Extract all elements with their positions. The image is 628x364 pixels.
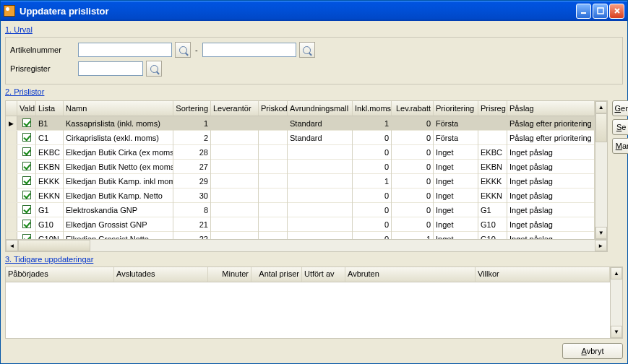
scroll-track[interactable] — [611, 280, 622, 326]
section-tidigare-link[interactable]: 3. Tidigare uppdateringar — [5, 254, 623, 265]
table-row[interactable]: ▶B1Kassaprislista (inkl. moms)1Standard1… — [6, 116, 595, 131]
scroll-down-button[interactable]: ▼ — [611, 326, 622, 338]
cell-sortering: 27 — [173, 160, 211, 174]
table-row[interactable]: EKKKElkedjan Butik Kamp. inkl moms2910In… — [6, 174, 595, 188]
minimize-button[interactable] — [576, 4, 591, 19]
genomfor-button[interactable]: Genomför — [612, 100, 628, 116]
scroll-up-button[interactable]: ▲ — [595, 101, 607, 113]
cell-vald[interactable] — [17, 203, 36, 217]
se-priser-button[interactable]: Se priser — [612, 119, 628, 135]
col-villkor[interactable]: Villkor — [476, 267, 610, 282]
cell-sortering: 30 — [173, 188, 211, 203]
checkbox-icon[interactable] — [22, 176, 31, 185]
col-prioritering[interactable]: Prioritering — [434, 101, 478, 116]
table-row[interactable]: EKBCElkedjan Butik Cirka (ex moms)2800In… — [6, 145, 595, 160]
col-utfortav[interactable]: Utfört av — [302, 267, 345, 282]
row-indicator — [6, 145, 17, 159]
cell-vald[interactable] — [17, 174, 36, 188]
cell-namn: Elkedjan Butik Kamp. inkl moms — [64, 174, 173, 188]
client-area: 1. Urval Artikelnummer - Prisregister 2.… — [1, 21, 627, 363]
app-icon — [4, 5, 15, 17]
cell-vald[interactable] — [17, 232, 36, 239]
col-priskod[interactable]: Priskod — [259, 101, 288, 116]
cell-priskod — [259, 188, 288, 203]
close-button[interactable] — [609, 4, 624, 19]
cell-vald[interactable] — [17, 145, 36, 160]
checkbox-icon[interactable] — [22, 220, 31, 228]
section-urval-link[interactable]: 1. Urval — [5, 24, 623, 35]
table-row[interactable]: C1Cirkaprislista (exkl. moms)2Standard00… — [6, 131, 595, 145]
checkbox-icon[interactable] — [22, 162, 31, 170]
cell-vald[interactable] — [17, 217, 36, 232]
scroll-left-button[interactable]: ◄ — [6, 240, 18, 251]
cell-vald[interactable] — [17, 160, 36, 174]
col-avslutades[interactable]: Avslutades — [114, 267, 208, 282]
avbryt-button[interactable]: Avbryt — [562, 343, 623, 359]
checkbox-icon[interactable] — [22, 205, 31, 214]
markera-dropdown[interactable]: Markera▾ — [612, 138, 628, 154]
col-prisreg[interactable]: Prisreg — [478, 101, 507, 116]
scroll-right-button[interactable]: ► — [595, 240, 607, 251]
col-inklmoms[interactable]: Inkl.moms — [353, 101, 392, 116]
table-row[interactable]: G1Elektroskandia GNP800IngetG1Inget påsl… — [6, 203, 595, 217]
cell-priskod — [259, 160, 288, 174]
cell-prisreg: G10 — [478, 232, 507, 239]
lookup-to-button[interactable] — [299, 42, 315, 58]
checkbox-icon[interactable] — [22, 191, 31, 199]
col-lista[interactable]: Lista — [36, 101, 64, 116]
col-avbruten[interactable]: Avbruten — [345, 267, 476, 282]
col-antalpriser[interactable]: Antal priser — [251, 267, 302, 282]
scroll-up-button[interactable]: ▲ — [611, 267, 622, 280]
cell-levrabatt: 0 — [392, 203, 434, 217]
col-paborjades[interactable]: Påbörjades — [6, 267, 114, 282]
maximize-button[interactable] — [593, 4, 608, 19]
checkbox-icon[interactable] — [22, 133, 31, 142]
col-vald[interactable]: Vald — [17, 101, 36, 116]
artikelnummer-to-input[interactable] — [202, 43, 296, 57]
artikelnummer-from-input[interactable] — [78, 43, 172, 57]
horizontal-scrollbar[interactable]: ◄ ► — [6, 239, 607, 251]
cell-levrabatt: 0 — [392, 188, 434, 203]
section-prislistor-link[interactable]: 2. Prislistor — [5, 86, 623, 98]
cell-vald[interactable] — [17, 188, 36, 203]
col-levrabatt[interactable]: Lev.rabatt — [392, 101, 434, 116]
table-row[interactable]: G10NElkedjan Grossist Netto2201IngetG10I… — [6, 232, 595, 239]
cell-vald[interactable] — [17, 116, 36, 131]
checkbox-icon[interactable] — [22, 234, 31, 239]
row-indicator — [6, 174, 17, 188]
table-row[interactable]: EKBNElkedjan Butik Netto (ex moms)2700In… — [6, 160, 595, 174]
hscroll-thumb[interactable] — [18, 240, 90, 251]
scroll-track[interactable] — [595, 142, 607, 227]
prislistor-section: Vald Lista Namn Sortering Leverantör Pri… — [5, 100, 623, 252]
checkbox-icon[interactable] — [22, 147, 31, 156]
cell-lista: G1 — [36, 203, 64, 217]
hscroll-track[interactable] — [90, 240, 595, 251]
prisregister-input[interactable] — [78, 61, 143, 76]
cell-vald[interactable] — [17, 131, 36, 145]
table-row[interactable]: G10Elkedjan Grossist GNP2100IngetG10Inge… — [6, 217, 595, 232]
lookup-from-button[interactable] — [175, 42, 191, 58]
col-namn[interactable]: Namn — [64, 101, 173, 116]
cell-prisreg: EKBC — [478, 145, 507, 160]
col-paslag[interactable]: Påslag — [507, 101, 595, 116]
cell-priskod — [259, 116, 288, 131]
cell-priskod — [259, 232, 288, 239]
cell-leverantor — [211, 116, 259, 131]
checkbox-icon[interactable] — [22, 118, 31, 127]
window-buttons — [576, 4, 624, 19]
scroll-down-button[interactable]: ▼ — [595, 227, 607, 239]
prisregister-lookup-button[interactable] — [146, 61, 162, 77]
cell-sortering: 22 — [173, 232, 211, 239]
tidigare-vertical-scrollbar[interactable]: ▲ ▼ — [610, 267, 622, 338]
col-leverantor[interactable]: Leverantör — [211, 101, 259, 116]
col-avrundningsmall[interactable]: Avrundningsmall — [288, 101, 353, 116]
cell-paslag: Påslag efter prioritering — [507, 131, 595, 145]
cell-levrabatt: 0 — [392, 160, 434, 174]
cell-paslag: Inget påslag — [507, 160, 595, 174]
table-row[interactable]: EKKNElkedjan Butik Kamp. Netto3000IngetE… — [6, 188, 595, 203]
col-minuter[interactable]: Minuter — [208, 267, 251, 282]
col-sortering[interactable]: Sortering — [173, 101, 211, 116]
vertical-scrollbar[interactable]: ▲ ▼ — [595, 101, 607, 239]
titlebar[interactable]: Uppdatera prislistor — [1, 1, 627, 21]
scroll-thumb[interactable] — [595, 113, 607, 142]
